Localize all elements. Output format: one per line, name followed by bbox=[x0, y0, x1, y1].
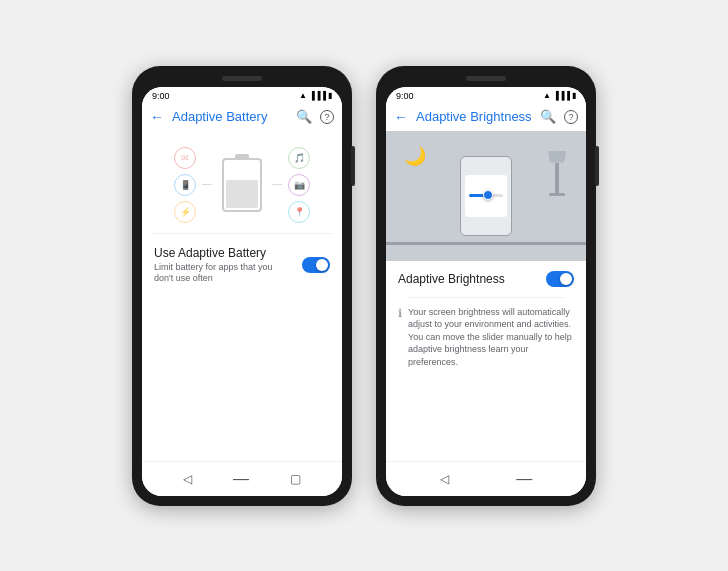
phone-left: 9:00 ▲ ▐▐▐ ▮ ← Adaptive Battery 🔍 ? bbox=[132, 66, 352, 506]
status-bar-left: 9:00 ▲ ▐▐▐ ▮ bbox=[142, 87, 342, 103]
room-scene: 🌙 bbox=[386, 131, 586, 261]
status-time-left: 9:00 bbox=[152, 91, 170, 101]
status-icons-right: ▲ ▐▐▐ ▮ bbox=[543, 91, 576, 100]
back-button-left[interactable]: ← bbox=[150, 109, 164, 125]
app-bar-title-right: Adaptive Brightness bbox=[416, 109, 532, 124]
nav-back-left[interactable]: ◁ bbox=[183, 472, 192, 486]
scene-phone bbox=[460, 156, 512, 236]
info-icon: ℹ bbox=[398, 307, 402, 320]
battery-diagram: ✉ 📱 ⚡ bbox=[174, 147, 310, 223]
phone-screen-right: 9:00 ▲ ▐▐▐ ▮ ← Adaptive Brightness 🔍 ? bbox=[386, 87, 586, 496]
signal-icon-right: ▐▐▐ bbox=[553, 91, 570, 100]
app-icon-3: ⚡ bbox=[174, 201, 196, 223]
help-icon-right[interactable]: ? bbox=[564, 110, 578, 124]
bottom-nav-right: ◁ — bbox=[386, 461, 586, 496]
app-icon-5: 📷 bbox=[288, 174, 310, 196]
app-icon-4: 🎵 bbox=[288, 147, 310, 169]
brightness-slider-mini bbox=[469, 194, 503, 197]
back-button-right[interactable]: ← bbox=[394, 109, 408, 125]
app-bar-actions-right: 🔍 ? bbox=[540, 109, 578, 124]
phone-notch-left bbox=[222, 76, 262, 81]
battery-illustration: ✉ 📱 ⚡ bbox=[142, 131, 342, 233]
setting-title-left: Use Adaptive Battery bbox=[154, 246, 294, 260]
info-description: Your screen brightness will automaticall… bbox=[408, 306, 574, 369]
setting-subtitle-left: Limit battery for apps that you don't us… bbox=[154, 262, 294, 285]
search-icon-left[interactable]: 🔍 bbox=[296, 109, 312, 124]
desk-surface bbox=[386, 242, 586, 245]
app-icon-2: 📱 bbox=[174, 174, 196, 196]
status-bar-right: 9:00 ▲ ▐▐▐ ▮ bbox=[386, 87, 586, 103]
battery-icon bbox=[222, 158, 262, 212]
setting-text-left: Use Adaptive Battery Limit battery for a… bbox=[154, 246, 294, 285]
lamp-foot bbox=[549, 193, 565, 196]
wifi-icon-right: ▲ bbox=[543, 91, 551, 100]
lamp-shade bbox=[548, 151, 566, 163]
screen-content-left: ✉ 📱 ⚡ bbox=[142, 131, 342, 461]
phone-right: 9:00 ▲ ▐▐▐ ▮ ← Adaptive Brightness 🔍 ? bbox=[376, 66, 596, 506]
brightness-setting-title: Adaptive Brightness bbox=[398, 272, 505, 286]
search-icon-right[interactable]: 🔍 bbox=[540, 109, 556, 124]
nav-home-right[interactable]: — bbox=[516, 470, 532, 488]
battery-center bbox=[222, 158, 262, 212]
battery-status-icon-left: ▮ bbox=[328, 91, 332, 100]
phone-notch-right bbox=[466, 76, 506, 81]
brightness-content: Adaptive Brightness ℹ Your screen bright… bbox=[386, 261, 586, 461]
left-app-icons: ✉ 📱 ⚡ bbox=[174, 147, 196, 223]
nav-recent-left[interactable]: ▢ bbox=[290, 472, 301, 486]
info-row: ℹ Your screen brightness will automatica… bbox=[398, 306, 574, 369]
bottom-nav-left: ◁ — ▢ bbox=[142, 461, 342, 496]
nav-home-left[interactable]: — bbox=[233, 470, 249, 488]
app-bar-left: ← Adaptive Battery 🔍 ? bbox=[142, 103, 342, 131]
brightness-title-row[interactable]: Adaptive Brightness bbox=[398, 271, 574, 287]
help-icon-left[interactable]: ? bbox=[320, 110, 334, 124]
battery-fill bbox=[226, 180, 258, 208]
divider-right bbox=[408, 297, 564, 298]
wifi-icon-left: ▲ bbox=[299, 91, 307, 100]
lamp-base bbox=[555, 163, 559, 193]
signal-icon-left: ▐▐▐ bbox=[309, 91, 326, 100]
app-icon-6: 📍 bbox=[288, 201, 310, 223]
scene-phone-screen bbox=[465, 175, 507, 217]
adaptive-brightness-toggle[interactable] bbox=[546, 271, 574, 287]
status-icons-left: ▲ ▐▐▐ ▮ bbox=[299, 91, 332, 100]
side-button-left bbox=[351, 146, 355, 186]
setting-row-left[interactable]: Use Adaptive Battery Limit battery for a… bbox=[142, 234, 342, 293]
app-icon-1: ✉ bbox=[174, 147, 196, 169]
connector-left bbox=[202, 184, 212, 186]
moon-icon: 🌙 bbox=[404, 145, 426, 167]
app-bar-actions-left: 🔍 ? bbox=[296, 109, 334, 124]
app-bar-right: ← Adaptive Brightness 🔍 ? bbox=[386, 103, 586, 131]
side-button-right bbox=[595, 146, 599, 186]
phone-screen-left: 9:00 ▲ ▐▐▐ ▮ ← Adaptive Battery 🔍 ? bbox=[142, 87, 342, 496]
lamp-icon bbox=[548, 151, 566, 196]
phones-container: 9:00 ▲ ▐▐▐ ▮ ← Adaptive Battery 🔍 ? bbox=[132, 66, 596, 506]
brightness-slider-thumb bbox=[483, 190, 493, 200]
brightness-illustration: 🌙 bbox=[386, 131, 586, 261]
right-app-icons: 🎵 📷 📍 bbox=[288, 147, 310, 223]
adaptive-battery-toggle[interactable] bbox=[302, 257, 330, 273]
battery-status-icon-right: ▮ bbox=[572, 91, 576, 100]
app-bar-title-left: Adaptive Battery bbox=[172, 109, 288, 124]
nav-back-right[interactable]: ◁ bbox=[440, 472, 449, 486]
connector-right bbox=[272, 184, 282, 186]
status-time-right: 9:00 bbox=[396, 91, 414, 101]
